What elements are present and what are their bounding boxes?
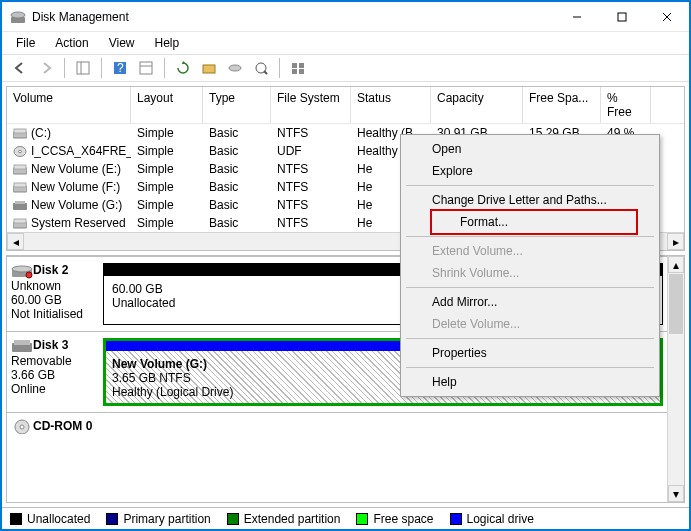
svg-text:?: ? bbox=[117, 61, 124, 75]
refresh-button[interactable] bbox=[171, 57, 195, 79]
svg-rect-6 bbox=[77, 62, 89, 74]
volume-layout: Simple bbox=[131, 143, 203, 159]
rescan-button[interactable] bbox=[249, 57, 273, 79]
swatch-unallocated bbox=[10, 513, 22, 525]
col-type[interactable]: Type bbox=[203, 87, 271, 123]
col-volume[interactable]: Volume bbox=[7, 87, 131, 123]
menu-action[interactable]: Action bbox=[45, 34, 98, 52]
svg-rect-19 bbox=[292, 69, 297, 74]
swatch-extended bbox=[227, 513, 239, 525]
disk-label: CD-ROM 0 bbox=[7, 413, 103, 434]
svg-rect-10 bbox=[140, 62, 152, 74]
svg-rect-20 bbox=[299, 69, 304, 74]
volume-type: Basic bbox=[203, 179, 271, 195]
volume-type: Basic bbox=[203, 161, 271, 177]
svg-marker-12 bbox=[182, 61, 186, 64]
minimize-button[interactable] bbox=[554, 2, 599, 32]
disk-size: 60.00 GB bbox=[11, 293, 97, 307]
removable-disk-icon bbox=[11, 338, 33, 354]
context-menu: Open Explore Change Drive Letter and Pat… bbox=[400, 134, 660, 397]
volume-list-header: Volume Layout Type File System Status Ca… bbox=[7, 87, 684, 124]
col-capacity[interactable]: Capacity bbox=[431, 87, 523, 123]
ctx-help[interactable]: Help bbox=[404, 371, 656, 393]
ctx-shrink: Shrink Volume... bbox=[404, 262, 656, 284]
show-hide-tree-button[interactable] bbox=[71, 57, 95, 79]
ctx-open[interactable]: Open bbox=[404, 138, 656, 160]
menu-separator bbox=[406, 185, 654, 186]
svg-point-24 bbox=[19, 151, 22, 153]
diskmgmt-icon bbox=[10, 9, 26, 25]
svg-rect-30 bbox=[15, 201, 25, 204]
volume-icon bbox=[13, 146, 27, 157]
col-layout[interactable]: Layout bbox=[131, 87, 203, 123]
volume-fs: UDF bbox=[271, 143, 351, 159]
svg-point-35 bbox=[26, 272, 32, 278]
back-button[interactable] bbox=[8, 57, 32, 79]
volume-fs: NTFS bbox=[271, 161, 351, 177]
scroll-left-icon[interactable]: ◂ bbox=[7, 233, 24, 250]
legend-unallocated: Unallocated bbox=[27, 512, 90, 526]
volume-fs: NTFS bbox=[271, 125, 351, 141]
disk-label: Disk 3 Removable 3.66 GB Online bbox=[7, 332, 103, 412]
properties-toolbar-button[interactable] bbox=[134, 57, 158, 79]
scroll-up-icon[interactable]: ▴ bbox=[668, 256, 684, 273]
disk-name: Disk 2 bbox=[33, 263, 68, 277]
volume-layout: Simple bbox=[131, 197, 203, 213]
volume-type: Basic bbox=[203, 125, 271, 141]
volume-layout: Simple bbox=[131, 215, 203, 231]
maximize-button[interactable] bbox=[599, 2, 644, 32]
volume-name: New Volume (G:) bbox=[31, 198, 122, 212]
legend-primary: Primary partition bbox=[123, 512, 210, 526]
menu-view[interactable]: View bbox=[99, 34, 145, 52]
disk-kind: Removable bbox=[11, 354, 97, 368]
scroll-down-icon[interactable]: ▾ bbox=[668, 485, 684, 502]
disk-kind: Unknown bbox=[11, 279, 97, 293]
toolbar-separator bbox=[101, 58, 102, 78]
ctx-delete: Delete Volume... bbox=[404, 313, 656, 335]
svg-point-14 bbox=[229, 65, 241, 71]
close-button[interactable] bbox=[644, 2, 689, 32]
legend-free: Free space bbox=[373, 512, 433, 526]
vertical-scrollbar[interactable]: ▴ ▾ bbox=[667, 256, 684, 502]
toolbar-separator bbox=[164, 58, 165, 78]
volume-icon bbox=[13, 200, 27, 211]
scan-disks-button[interactable] bbox=[223, 57, 247, 79]
disk-icon bbox=[11, 263, 33, 279]
svg-rect-37 bbox=[14, 340, 30, 345]
menu-separator bbox=[406, 338, 654, 339]
settings-button[interactable] bbox=[286, 57, 310, 79]
menu-separator bbox=[406, 367, 654, 368]
menu-file[interactable]: File bbox=[6, 34, 45, 52]
ctx-explore[interactable]: Explore bbox=[404, 160, 656, 182]
disk-label: Disk 2 Unknown 60.00 GB Not Initialised bbox=[7, 257, 103, 331]
col-free[interactable]: Free Spa... bbox=[523, 87, 601, 123]
svg-point-34 bbox=[12, 266, 32, 272]
volume-type: Basic bbox=[203, 215, 271, 231]
col-filesystem[interactable]: File System bbox=[271, 87, 351, 123]
new-folder-button[interactable] bbox=[197, 57, 221, 79]
scroll-right-icon[interactable]: ▸ bbox=[667, 233, 684, 250]
ctx-properties[interactable]: Properties bbox=[404, 342, 656, 364]
volume-type: Basic bbox=[203, 143, 271, 159]
volume-name: I_CCSA_X64FRE_E... bbox=[31, 144, 131, 158]
ctx-add-mirror[interactable]: Add Mirror... bbox=[404, 291, 656, 313]
svg-rect-29 bbox=[13, 203, 27, 210]
menu-help[interactable]: Help bbox=[145, 34, 190, 52]
ctx-change-letter[interactable]: Change Drive Letter and Paths... bbox=[404, 189, 656, 211]
help-button[interactable]: ? bbox=[108, 57, 132, 79]
scrollbar-thumb[interactable] bbox=[669, 274, 683, 334]
swatch-primary bbox=[106, 513, 118, 525]
svg-rect-26 bbox=[14, 165, 26, 169]
cdrom-icon bbox=[11, 419, 33, 434]
ctx-format[interactable]: Format... bbox=[430, 209, 638, 235]
col-pct[interactable]: % Free bbox=[601, 87, 651, 123]
disk-name: CD-ROM 0 bbox=[33, 419, 92, 433]
forward-button[interactable] bbox=[34, 57, 58, 79]
volume-layout: Simple bbox=[131, 179, 203, 195]
svg-point-1 bbox=[11, 12, 25, 18]
col-status[interactable]: Status bbox=[351, 87, 431, 123]
volume-name: System Reserved bbox=[31, 216, 126, 230]
toolbar-separator bbox=[64, 58, 65, 78]
svg-point-39 bbox=[20, 425, 24, 429]
menu-separator bbox=[406, 236, 654, 237]
